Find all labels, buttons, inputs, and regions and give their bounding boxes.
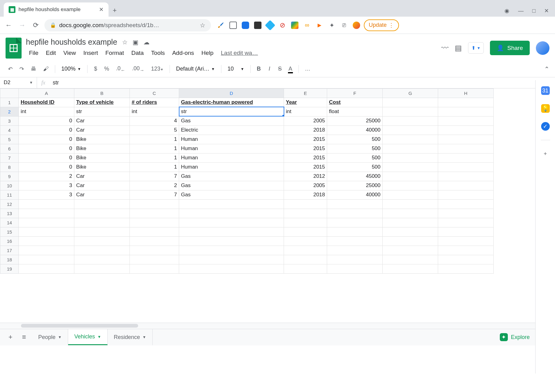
row-header[interactable]: 8 [0,162,19,172]
cell[interactable]: int [284,107,327,116]
cell[interactable] [130,264,179,273]
share-button[interactable]: 👤 Share [490,41,530,55]
column-header-C[interactable]: C [130,88,179,98]
cell[interactable]: 7 [130,172,179,181]
cell[interactable]: 25000 [327,116,383,125]
menu-add-ons[interactable]: Add-ons [169,48,197,58]
cell[interactable] [383,246,438,255]
cell[interactable] [179,236,284,246]
cell[interactable] [284,236,327,246]
row-header[interactable]: 15 [0,227,19,236]
cell[interactable] [19,264,74,273]
cell[interactable]: 0 [19,153,74,162]
document-title[interactable]: hepfile housholds example [26,38,117,47]
cell[interactable]: 40000 [327,190,383,199]
cell[interactable] [438,199,494,209]
sheet-tab-vehicles[interactable]: Vehicles▼ [68,329,108,345]
cell[interactable] [19,255,74,264]
sheet-tab-residence[interactable]: Residence▼ [108,329,153,345]
bold-button[interactable]: B [254,64,263,74]
ext-icon-4[interactable] [254,22,261,29]
present-button[interactable]: ⬆ ▼ [468,42,484,54]
cell[interactable]: 0 [19,135,74,144]
cell[interactable] [74,264,130,273]
cell[interactable] [438,125,494,135]
currency-format-button[interactable]: $ [91,64,100,74]
maximize-icon[interactable]: □ [532,8,536,14]
cell[interactable]: Gas [179,181,284,190]
cell[interactable]: # of riders [130,98,179,107]
cell[interactable] [438,236,494,246]
redo-button[interactable]: ↷ [17,64,27,74]
paint-format-button[interactable]: 🖌 [41,64,51,74]
cell[interactable] [179,255,284,264]
account-icon[interactable]: ◉ [504,7,509,14]
cell[interactable] [438,181,494,190]
cell[interactable] [383,172,438,181]
zoom-dropdown[interactable]: 100%▼ [59,64,84,73]
cell[interactable]: Car [74,172,130,181]
menu-data[interactable]: Data [128,48,147,58]
cell[interactable]: 40000 [327,125,383,135]
cell[interactable]: Gas-electric-human powered [179,98,284,107]
cell[interactable] [130,199,179,209]
add-sheet-button[interactable]: + [5,332,16,343]
cell[interactable] [383,153,438,162]
cell[interactable]: 2005 [284,181,327,190]
cell[interactable]: 500 [327,144,383,153]
browser-tab[interactable]: ▦ hepfile housholds example ✕ [4,2,109,17]
minimize-icon[interactable]: — [518,8,524,14]
menu-view[interactable]: View [60,48,79,58]
cell[interactable]: 500 [327,162,383,172]
row-header[interactable]: 18 [0,255,19,264]
cell[interactable] [327,255,383,264]
cell[interactable]: 4 [130,116,179,125]
profile-avatar-icon[interactable] [353,22,360,29]
all-sheets-button[interactable]: ≡ [18,332,30,343]
cell[interactable] [438,190,494,199]
url-field[interactable]: 🔒 docs.google.com/spreadsheets/d/1b… ☆ [44,19,211,31]
column-header-H[interactable]: H [438,88,494,98]
cell[interactable] [383,218,438,227]
cell[interactable]: Bike [74,135,130,144]
cell[interactable] [383,116,438,125]
cell[interactable]: 5 [130,125,179,135]
star-icon[interactable]: ☆ [122,39,128,46]
column-header-D[interactable]: D [179,88,284,98]
keep-icon[interactable]: 💡 [541,104,550,113]
cell[interactable] [383,135,438,144]
cell[interactable] [438,135,494,144]
cell[interactable] [327,264,383,273]
cell[interactable] [438,144,494,153]
calendar-icon[interactable]: 31 [541,86,550,95]
column-header-E[interactable]: E [284,88,327,98]
cell[interactable] [438,255,494,264]
cell[interactable] [284,246,327,255]
cell[interactable] [130,218,179,227]
row-header[interactable]: 19 [0,264,19,273]
row-header[interactable]: 14 [0,218,19,227]
cell[interactable] [327,199,383,209]
cell[interactable] [74,218,130,227]
menu-file[interactable]: File [26,48,42,58]
row-header[interactable]: 2 [0,107,19,116]
row-header[interactable]: 12 [0,199,19,209]
cell[interactable] [438,107,494,116]
bookmark-star-icon[interactable]: ☆ [200,22,205,29]
forward-button[interactable]: → [17,20,27,30]
move-icon[interactable]: ▣ [133,39,138,46]
ext-icon-7[interactable] [291,22,298,29]
cell[interactable] [284,199,327,209]
cell[interactable] [438,218,494,227]
cell[interactable] [284,209,327,218]
cell[interactable]: Car [74,190,130,199]
column-header-A[interactable]: A [19,88,74,98]
row-header[interactable]: 7 [0,153,19,162]
menu-insert[interactable]: Insert [80,48,101,58]
column-header-B[interactable]: B [74,88,130,98]
cell[interactable] [130,227,179,236]
cell[interactable]: 0 [19,116,74,125]
user-avatar[interactable] [536,41,549,55]
font-size-dropdown[interactable]: 10▼ [225,64,247,73]
number-format-dropdown[interactable]: 123▼ [149,64,166,74]
